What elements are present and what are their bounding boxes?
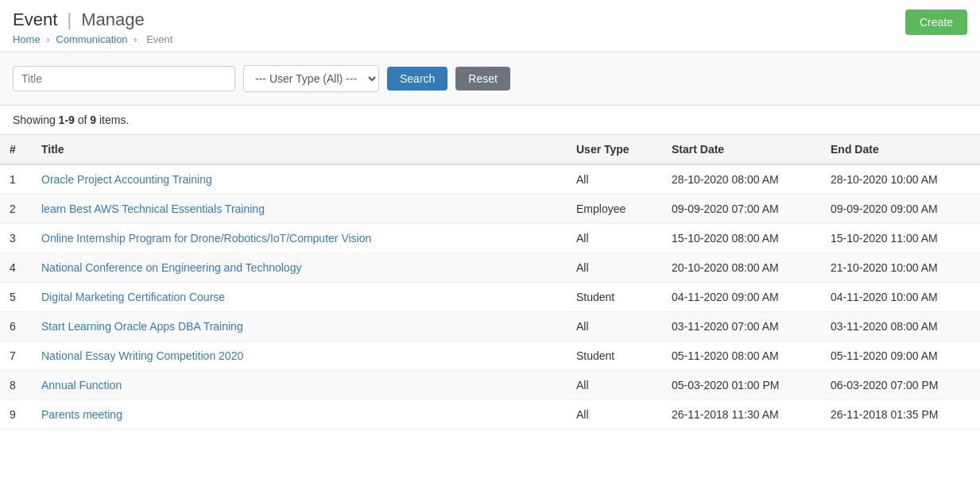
cell-startdate: 03-11-2020 07:00 AM (662, 312, 821, 341)
breadcrumb-sep2: › (134, 33, 137, 45)
cell-num: 7 (0, 341, 32, 371)
cell-num: 8 (0, 371, 32, 400)
table-row: 5Digital Marketing Certification CourseS… (0, 283, 980, 312)
events-table: # Title User Type Start Date End Date 1O… (0, 134, 980, 430)
cell-usertype: All (567, 312, 662, 341)
table-row: 3Online Internship Program for Drone/Rob… (0, 224, 980, 253)
event-title-link[interactable]: Parents meeting (41, 408, 122, 421)
table-row: 6Start Learning Oracle Apps DBA Training… (0, 312, 980, 341)
page-title-event: Event (13, 10, 57, 29)
col-header-startdate: Start Date (662, 135, 821, 165)
cell-startdate: 28-10-2020 08:00 AM (662, 164, 821, 195)
cell-startdate: 15-10-2020 08:00 AM (662, 224, 821, 253)
col-header-usertype: User Type (567, 135, 662, 165)
breadcrumb-sep1: › (46, 33, 49, 45)
col-header-title: Title (32, 135, 567, 165)
table-row: 9Parents meetingAll26-11-2018 11:30 AM26… (0, 400, 980, 430)
table-header: # Title User Type Start Date End Date (0, 135, 980, 165)
cell-title: Online Internship Program for Drone/Robo… (32, 224, 567, 253)
table-header-row: # Title User Type Start Date End Date (0, 135, 980, 165)
table-row: 2learn Best AWS Technical Essentials Tra… (0, 195, 980, 224)
cell-usertype: Student (567, 283, 662, 312)
reset-button[interactable]: Reset (455, 67, 510, 91)
cell-enddate: 26-11-2018 01:35 PM (821, 400, 980, 430)
cell-title: National Essay Writing Competition 2020 (32, 341, 567, 371)
table-row: 7National Essay Writing Competition 2020… (0, 341, 980, 371)
cell-num: 6 (0, 312, 32, 341)
table-body: 1Oracle Project Accounting TrainingAll28… (0, 164, 980, 430)
cell-title: Annual Function (32, 371, 567, 400)
cell-title: Parents meeting (32, 400, 567, 430)
title-search-input[interactable] (13, 66, 235, 91)
table-row: 4National Conference on Engineering and … (0, 253, 980, 283)
cell-num: 1 (0, 164, 32, 195)
page-title-manage: Manage (81, 10, 145, 29)
cell-usertype: All (567, 224, 662, 253)
filter-bar: --- User Type (All) --- All Employee Stu… (0, 52, 980, 106)
cell-enddate: 04-11-2020 10:00 AM (821, 283, 980, 312)
breadcrumb-communication[interactable]: Communication (56, 33, 127, 45)
cell-num: 9 (0, 400, 32, 430)
cell-usertype: All (567, 164, 662, 195)
cell-enddate: 28-10-2020 10:00 AM (821, 164, 980, 195)
cell-enddate: 15-10-2020 11:00 AM (821, 224, 980, 253)
pipe-separator: | (67, 10, 72, 29)
cell-title: National Conference on Engineering and T… (32, 253, 567, 283)
cell-title: learn Best AWS Technical Essentials Trai… (32, 195, 567, 224)
cell-usertype: Employee (567, 195, 662, 224)
cell-num: 2 (0, 195, 32, 224)
cell-startdate: 20-10-2020 08:00 AM (662, 253, 821, 283)
event-title-link[interactable]: Annual Function (41, 379, 122, 391)
search-button[interactable]: Search (387, 67, 447, 91)
col-header-enddate: End Date (821, 135, 980, 165)
event-title-link[interactable]: Oracle Project Accounting Training (41, 173, 212, 186)
showing-info: Showing 1-9 of 9 items. (0, 106, 980, 134)
breadcrumb-home[interactable]: Home (13, 33, 41, 45)
breadcrumb-event: Event (146, 33, 172, 45)
create-button[interactable]: Create (905, 10, 967, 35)
cell-startdate: 04-11-2020 09:00 AM (662, 283, 821, 312)
cell-enddate: 03-11-2020 08:00 AM (821, 312, 980, 341)
cell-usertype: All (567, 400, 662, 430)
event-title-link[interactable]: Start Learning Oracle Apps DBA Training (41, 320, 243, 333)
cell-enddate: 05-11-2020 09:00 AM (821, 341, 980, 371)
cell-usertype: All (567, 371, 662, 400)
cell-usertype: Student (567, 341, 662, 371)
cell-title: Digital Marketing Certification Course (32, 283, 567, 312)
cell-enddate: 09-09-2020 09:00 AM (821, 195, 980, 224)
cell-startdate: 26-11-2018 11:30 AM (662, 400, 821, 430)
cell-num: 3 (0, 224, 32, 253)
page-heading: Event | Manage (13, 10, 176, 30)
cell-num: 4 (0, 253, 32, 283)
breadcrumb: Home › Communication › Event (13, 33, 176, 45)
cell-startdate: 09-09-2020 07:00 AM (662, 195, 821, 224)
header-bar: Event | Manage Home › Communication › Ev… (0, 0, 980, 52)
cell-enddate: 21-10-2020 10:00 AM (821, 253, 980, 283)
cell-title: Oracle Project Accounting Training (32, 164, 567, 195)
table-row: 1Oracle Project Accounting TrainingAll28… (0, 164, 980, 195)
cell-num: 5 (0, 283, 32, 312)
table-row: 8Annual FunctionAll05-03-2020 01:00 PM06… (0, 371, 980, 400)
showing-range: 1-9 (59, 114, 75, 126)
event-title-link[interactable]: Online Internship Program for Drone/Robo… (41, 232, 371, 245)
event-title-link[interactable]: National Conference on Engineering and T… (41, 261, 301, 274)
cell-startdate: 05-11-2020 08:00 AM (662, 341, 821, 371)
cell-startdate: 05-03-2020 01:00 PM (662, 371, 821, 400)
showing-total: 9 (90, 114, 96, 126)
event-title-link[interactable]: Digital Marketing Certification Course (41, 291, 225, 303)
cell-usertype: All (567, 253, 662, 283)
event-title-link[interactable]: learn Best AWS Technical Essentials Trai… (41, 202, 265, 215)
event-title-link[interactable]: National Essay Writing Competition 2020 (41, 349, 243, 362)
col-header-num: # (0, 135, 32, 165)
cell-title: Start Learning Oracle Apps DBA Training (32, 312, 567, 341)
cell-enddate: 06-03-2020 07:00 PM (821, 371, 980, 400)
user-type-select[interactable]: --- User Type (All) --- All Employee Stu… (243, 65, 379, 92)
header-left: Event | Manage Home › Communication › Ev… (13, 10, 176, 45)
